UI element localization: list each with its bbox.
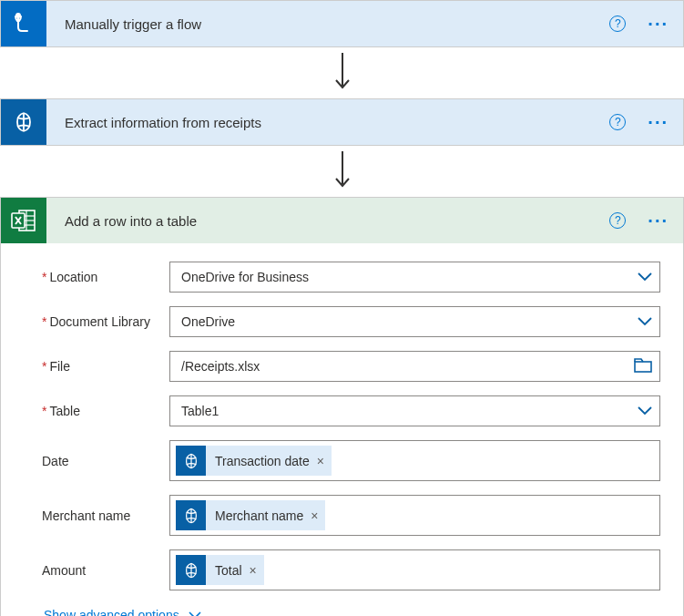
step-addrow: Add a row into a table ? ··· *Location O… [0,197,684,616]
row-date: Date Transaction date × [42,440,660,481]
value-file: /Receipts.xlsx [181,359,634,374]
token-label: Merchant name [215,508,303,523]
field-table[interactable]: Table1 [169,395,660,426]
required-mark: * [42,314,46,329]
step-trigger: Manually trigger a flow ? ··· [0,0,684,47]
label-date: Date [42,454,169,468]
value-location: OneDrive for Business [181,270,638,284]
required-mark: * [42,270,46,284]
label-amount: Amount [42,563,169,578]
row-doclib: *Document Library OneDrive [42,306,660,337]
field-file[interactable]: /Receipts.xlsx [169,351,660,382]
value-doclib: OneDrive [181,314,638,329]
step-extract: Extract information from receipts ? ··· [0,98,684,146]
token-label: Total [215,563,242,578]
show-advanced-options[interactable]: Show advanced options [44,604,660,616]
label-merchant: Merchant name [42,508,169,523]
ai-icon [176,446,206,476]
field-amount[interactable]: Total × [169,549,660,590]
token-transaction-date[interactable]: Transaction date × [176,446,332,476]
step-extract-title: Extract information from receipts [46,115,609,130]
label-location: *Location [42,270,169,284]
chevron-down-icon[interactable] [638,404,652,418]
excel-icon [1,198,46,243]
ai-icon [1,99,46,145]
field-location[interactable]: OneDrive for Business [169,262,660,293]
row-table: *Table Table1 [42,395,660,426]
step-extract-header[interactable]: Extract information from receipts ? ··· [1,99,683,145]
field-date[interactable]: Transaction date × [169,440,660,481]
help-icon[interactable]: ? [609,15,626,32]
trigger-icon [1,1,46,46]
step-addrow-header[interactable]: Add a row into a table ? ··· [1,198,683,243]
chevron-down-icon[interactable] [638,314,652,329]
token-merchant-name[interactable]: Merchant name × [176,500,325,530]
label-file: *File [42,359,169,374]
field-merchant[interactable]: Merchant name × [169,495,660,536]
label-doclib: *Document Library [42,314,169,329]
menu-icon[interactable]: ··· [642,118,674,127]
label-table: *Table [42,404,169,418]
row-merchant: Merchant name Merchant name × [42,495,660,536]
token-total[interactable]: Total × [176,555,264,585]
connector-arrow [0,47,684,98]
required-mark: * [42,359,46,374]
close-icon[interactable]: × [250,563,257,578]
row-file: *File /Receipts.xlsx [42,351,660,382]
menu-icon[interactable]: ··· [642,216,674,225]
value-table: Table1 [181,404,638,418]
help-icon[interactable]: ? [609,212,626,229]
help-icon[interactable]: ? [609,114,626,130]
folder-icon[interactable] [634,358,652,375]
chevron-down-icon[interactable] [638,270,652,284]
step-trigger-title: Manually trigger a flow [46,16,609,32]
step-addrow-title: Add a row into a table [46,213,609,229]
advanced-label: Show advanced options [44,608,179,616]
close-icon[interactable]: × [317,454,324,468]
chevron-down-icon [189,611,201,617]
step-addrow-body: *Location OneDrive for Business *Documen… [1,243,683,616]
field-doclib[interactable]: OneDrive [169,306,660,337]
close-icon[interactable]: × [311,508,318,523]
ai-icon [176,555,206,585]
row-amount: Amount Total × [42,549,660,590]
row-location: *Location OneDrive for Business [42,262,660,293]
svg-rect-9 [635,362,651,372]
token-label: Transaction date [215,454,310,468]
svg-point-0 [16,14,20,17]
connector-arrow [0,146,684,197]
menu-icon[interactable]: ··· [642,19,674,28]
required-mark: * [42,404,46,418]
ai-icon [176,500,206,530]
step-trigger-header[interactable]: Manually trigger a flow ? ··· [1,1,683,46]
